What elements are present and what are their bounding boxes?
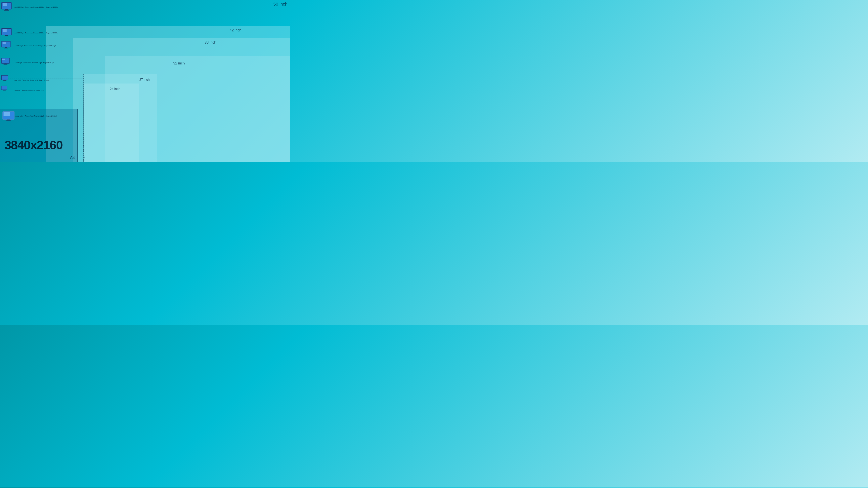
monitor-icon-5 [1, 75, 13, 85]
segoe-label-2: Segoe UI 10.08pt [46, 32, 58, 34]
svg-rect-4 [3, 3, 7, 6]
svg-rect-25 [1, 86, 7, 90]
times-label-2: Times New Roman 10.08pt [25, 32, 44, 34]
svg-rect-3 [4, 10, 9, 10]
segoe-label-6: Segoe UI 4.5pt [36, 90, 44, 91]
svg-rect-12 [5, 47, 7, 48]
svg-rect-22 [4, 80, 6, 80]
arial-label-4: Arial 6.5pt [14, 62, 22, 64]
font-labels-2: Arial 10.08pt Times New Roman 10.08pt Se… [14, 32, 58, 34]
svg-rect-30 [7, 120, 10, 121]
svg-rect-21 [2, 75, 8, 80]
font-labels-current: Arial 12pt Times New Roman 12pt Segoe UI… [16, 115, 57, 117]
label-24inch: 24 inch [110, 87, 120, 91]
svg-rect-17 [4, 64, 6, 64]
svg-rect-13 [4, 48, 8, 48]
svg-rect-32 [4, 112, 10, 117]
segoe-label-4: Segoe UI 6.5pt [43, 62, 54, 64]
font-labels-5: Arial 5.5pt Times New Roman 5.5pt Segoe … [14, 79, 49, 81]
label-38inch: 38 inch [205, 40, 216, 44]
label-27inch: 27 inch [140, 78, 150, 82]
times-label-4: Times New Roman 6.71pt [23, 62, 41, 64]
times-label-5: Times New Roman 5.5pt [23, 79, 38, 81]
monitor-row-current: Arial 12pt Times New Roman 12pt Segoe UI… [2, 111, 57, 121]
resolution-text: 3840x2160 [4, 138, 63, 152]
segoe-label-5: Segoe UI 5.5pt [39, 79, 49, 81]
times-label-current: Times New Roman 12pt [25, 115, 44, 117]
segoe-label-3: Segoe UI 9.01pt [44, 45, 56, 47]
font-labels-6: Arial 4.5pt Times New Roman 4.7pt Segoe … [14, 90, 44, 91]
monitor-icon-4 [1, 58, 13, 68]
label-42inch: 42 inch [230, 28, 241, 32]
arial-label-1: Arial 13.07pt [14, 6, 24, 8]
screen-24inch [84, 84, 140, 162]
font-labels-1: Arial 13.07pt Times New Roman 13.07pt Se… [14, 6, 58, 8]
svg-rect-8 [4, 36, 9, 36]
main-monitor-box: Arial 12pt Times New Roman 12pt Segoe UI… [0, 109, 78, 162]
svg-rect-2 [5, 9, 8, 10]
segoe-label-current: Segoe UI 12pt [45, 115, 57, 117]
times-label-6: Times New Roman 4.7pt [22, 90, 35, 91]
monitor-row-4: Arial 6.5pt Times New Roman 6.71pt Segoe… [1, 58, 54, 68]
arial-label-3: Arial 9.01pt [14, 45, 23, 47]
arial-label-6: Arial 4.5pt [14, 90, 20, 91]
monitor-row-3: Arial 9.01pt Times New Roman 9.01pt Sego… [1, 41, 56, 51]
visual-field-label: Визуальное поле / Visual Field [83, 74, 87, 161]
svg-rect-9 [3, 29, 6, 32]
monitor-row-2: Arial 10.08pt Times New Roman 10.08pt Se… [1, 28, 58, 38]
times-label-3: Times New Roman 9.01pt [24, 45, 42, 47]
times-label-1: Times New Roman 13.07pt [25, 6, 44, 8]
label-50inch: 50 inch [273, 2, 287, 7]
segoe-label-1: Segoe UI 13.07pt [46, 6, 58, 8]
svg-rect-18 [4, 64, 7, 65]
a4-label: A4 [70, 155, 75, 160]
monitor-row-5: Arial 5.5pt Times New Roman 5.5pt Segoe … [1, 75, 49, 85]
svg-rect-19 [2, 59, 5, 60]
font-labels-3: Arial 9.01pt Times New Roman 9.01pt Sego… [14, 45, 56, 47]
monitor-icon-current [2, 111, 14, 121]
monitor-icon-1 [1, 2, 13, 12]
arial-label-2: Arial 10.08pt [14, 32, 24, 34]
label-32inch: 32 inch [173, 61, 185, 65]
monitor-icon-6 [1, 86, 13, 96]
arial-label-5: Arial 5.5pt [14, 79, 21, 81]
svg-rect-31 [6, 120, 11, 121]
svg-rect-14 [3, 42, 6, 44]
monitor-icon-3 [1, 41, 13, 51]
svg-rect-7 [5, 35, 8, 36]
arial-label-current: Arial 12pt [16, 115, 23, 117]
svg-rect-27 [3, 90, 6, 91]
monitor-row-1: Arial 13.07pt Times New Roman 13.07pt Se… [1, 2, 58, 12]
svg-rect-26 [3, 90, 5, 90]
monitor-row-6: Arial 4.5pt Times New Roman 4.7pt Segoe … [1, 86, 44, 96]
monitor-icon-2 [1, 28, 13, 38]
font-labels-4: Arial 6.5pt Times New Roman 6.71pt Segoe… [14, 62, 54, 64]
